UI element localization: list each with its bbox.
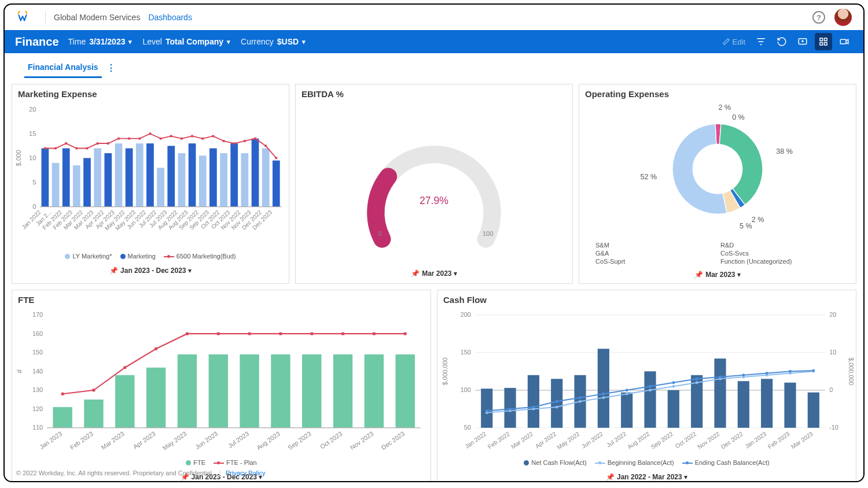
card-title: FTE (12, 290, 431, 309)
level-label: Level (142, 37, 161, 46)
page-title: Finance (15, 35, 59, 49)
card-cash-flow: Cash Flow 50100150200-1001020$,000,000$,… (437, 290, 856, 482)
copyright: © 2022 Workday, Inc. All rights reserved… (16, 469, 212, 476)
svg-rect-208 (784, 382, 796, 427)
svg-rect-18 (42, 148, 49, 206)
svg-rect-108 (84, 400, 103, 428)
refresh-icon[interactable] (773, 33, 790, 50)
footer: © 2022 Workday, Inc. All rights reserved… (16, 469, 265, 476)
svg-text:Jul 2023: Jul 2023 (227, 430, 250, 449)
svg-text:20: 20 (829, 311, 836, 318)
svg-text:0: 0 (378, 230, 382, 237)
chevron-down-icon: ▾ (227, 38, 230, 46)
svg-rect-184 (644, 371, 656, 428)
svg-rect-135 (365, 354, 384, 428)
svg-text:Sep 2022: Sep 2022 (650, 430, 674, 450)
pin-icon: 📌 (694, 271, 703, 279)
svg-text:Oct 2023: Oct 2023 (319, 430, 344, 450)
edit-button[interactable]: Edit (722, 38, 745, 46)
chart-marketing[interactable]: 05101520$,000Jan 2022Jan 2...Feb 2022Feb… (12, 103, 289, 249)
svg-text:$,000: $,000 (15, 150, 22, 166)
chart-cash[interactable]: 50100150200-1001020$,000,000$,000,000Jan… (437, 309, 856, 456)
video-icon[interactable] (836, 33, 853, 50)
avatar[interactable] (834, 9, 852, 26)
legend-item: Beginning Balance(Act) (595, 459, 674, 466)
svg-text:Feb 2023: Feb 2023 (767, 430, 791, 450)
chevron-down-icon: ▾ (302, 38, 306, 46)
svg-text:Jul 2022: Jul 2022 (605, 430, 627, 448)
svg-rect-81 (262, 148, 270, 206)
legend-item: Marketing (120, 253, 156, 260)
svg-text:100: 100 (483, 230, 494, 237)
svg-rect-132 (333, 354, 352, 428)
svg-text:2 %: 2 % (718, 103, 731, 112)
level-picker[interactable]: Total Company▾ (165, 37, 230, 46)
svg-rect-36 (104, 153, 112, 207)
legend-item: LY Marketing* (65, 253, 112, 260)
currency-picker[interactable]: $USD▾ (277, 37, 306, 46)
svg-rect-4 (820, 43, 823, 46)
svg-text:20: 20 (29, 106, 36, 113)
svg-rect-57 (178, 153, 186, 207)
svg-rect-33 (94, 148, 101, 206)
chevron-down-icon: ▾ (737, 271, 741, 279)
chevron-down-icon: ▾ (454, 269, 457, 278)
svg-text:100: 100 (461, 386, 471, 393)
tab-menu-icon[interactable]: ⋮ (106, 62, 116, 73)
help-icon[interactable]: ? (812, 11, 825, 24)
svg-text:140: 140 (32, 368, 43, 375)
svg-text:Jun 2023: Jun 2023 (194, 430, 219, 450)
svg-text:0 %: 0 % (732, 113, 745, 121)
svg-text:Feb 2023: Feb 2023 (69, 430, 94, 450)
svg-rect-138 (396, 354, 415, 428)
svg-text:$,000,000: $,000,000 (442, 357, 448, 385)
card-operating-expenses: Operating Expenses 2 %0 %38 %2 %5 %52 % … (579, 84, 856, 284)
legend-item: CoS-Svcs (720, 250, 840, 257)
svg-rect-24 (62, 148, 70, 206)
chevron-down-icon: ▾ (128, 38, 132, 46)
privacy-link[interactable]: Privacy Policy (219, 469, 265, 476)
time-picker[interactable]: 3/31/2023▾ (89, 37, 132, 46)
svg-rect-105 (53, 407, 72, 428)
chart-fte[interactable]: 110120130140150160170#Jan 2023Feb 2023Ma… (12, 309, 431, 456)
time-range[interactable]: 📌Mar 2023 ▾ (579, 267, 856, 283)
time-range[interactable]: 📌Jan 2023 - Dec 2023 ▾ (12, 263, 289, 279)
present-icon[interactable] (794, 33, 811, 50)
breadcrumb-dashboards[interactable]: Dashboards (148, 13, 192, 22)
svg-rect-51 (157, 168, 164, 206)
card-title: EBITDA % (296, 84, 572, 103)
svg-text:Sep 2023: Sep 2023 (286, 430, 312, 450)
svg-text:200: 200 (461, 311, 471, 318)
svg-text:Feb 2022: Feb 2022 (487, 430, 511, 450)
svg-rect-60 (189, 143, 196, 207)
svg-text:$,000,000: $,000,000 (848, 357, 855, 385)
svg-text:5: 5 (32, 179, 36, 186)
workday-logo-icon (16, 11, 29, 24)
tab-financial-analysis[interactable]: Financial Analysis (24, 58, 102, 78)
filter-icon[interactable] (752, 33, 770, 50)
svg-rect-156 (481, 389, 492, 428)
pin-icon: 📌 (411, 269, 420, 278)
svg-rect-180 (621, 392, 632, 427)
svg-text:38 %: 38 % (776, 147, 793, 156)
svg-rect-72 (230, 143, 238, 207)
card-title: Marketing Expense (12, 84, 289, 103)
time-label: Time (68, 37, 86, 46)
svg-rect-48 (146, 143, 154, 207)
svg-rect-129 (302, 354, 321, 428)
svg-text:#: # (16, 369, 24, 373)
chart-ebitda[interactable]: 27.9%0100 (296, 103, 572, 264)
svg-text:Dec 2023: Dec 2023 (380, 430, 406, 450)
svg-text:Mar 2023: Mar 2023 (790, 430, 814, 450)
time-range[interactable]: 📌Mar 2023 ▾ (296, 266, 572, 282)
svg-text:-10: -10 (829, 424, 838, 431)
chart-opex[interactable]: 2 %0 %38 %2 %5 %52 % (579, 103, 856, 238)
grid-view-icon[interactable] (815, 33, 832, 50)
svg-rect-200 (738, 381, 749, 428)
svg-text:10: 10 (29, 154, 36, 161)
svg-text:120: 120 (32, 405, 43, 412)
legend-item: FTE - Plan (214, 459, 257, 466)
time-range[interactable]: 📌Jan 2022 - Mar 2023 ▾ (437, 469, 856, 482)
pin-icon: 📌 (109, 267, 118, 275)
svg-text:27.9%: 27.9% (420, 195, 448, 206)
